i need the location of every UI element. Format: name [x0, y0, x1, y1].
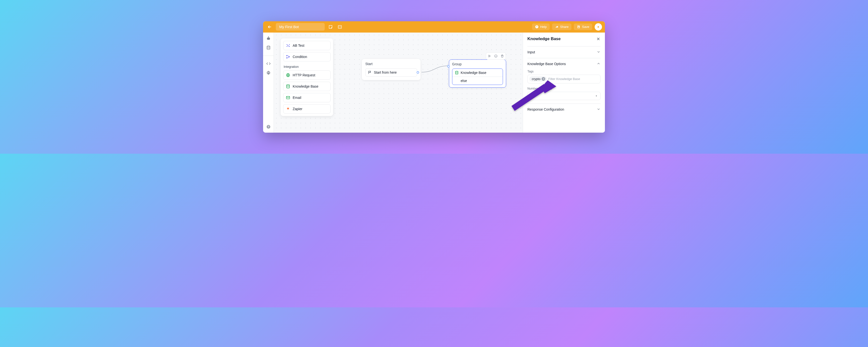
node-group[interactable]: Group Knowledge Base else [449, 59, 506, 88]
palette-section-integration: Integration [283, 63, 331, 70]
chevron-down-icon [597, 50, 600, 55]
node-group-row-kb[interactable]: Knowledge Base [452, 69, 503, 77]
share-icon [555, 25, 559, 29]
panel-close-button[interactable] [596, 37, 600, 41]
note-icon [329, 25, 333, 29]
rail-code-button[interactable] [266, 61, 271, 66]
chunks-select[interactable]: 3 [527, 92, 600, 100]
node-run-button[interactable] [487, 53, 492, 59]
tag-remove-button[interactable]: ✕ [541, 77, 545, 81]
rail-help-button[interactable]: ? [266, 124, 271, 129]
question-icon: ? [266, 124, 271, 129]
palette-item-label: Knowledge Base [293, 84, 318, 88]
node-toolbar [486, 52, 506, 60]
tag-text: crypto [532, 77, 540, 81]
node-info-button[interactable] [493, 53, 499, 59]
node-start-body[interactable]: Start from here [365, 68, 417, 77]
svg-point-3 [268, 38, 268, 39]
palette-item-label: HTTP Request [293, 73, 315, 77]
svg-point-14 [286, 84, 289, 86]
palette-knowledge-base[interactable]: Knowledge Base [283, 82, 331, 91]
svg-point-10 [286, 55, 287, 56]
topbar: My First Bot Help Share Save [263, 21, 605, 33]
node-delete-button[interactable] [499, 53, 505, 59]
svg-rect-2 [267, 37, 270, 39]
node-row-label: Knowledge Base [461, 71, 486, 75]
palette-item-label: AB Test [293, 44, 304, 48]
rail-data-button[interactable] [266, 45, 271, 50]
svg-point-6 [267, 46, 270, 47]
svg-point-4 [269, 38, 269, 39]
node-start-body-label: Start from here [374, 70, 397, 75]
canvas[interactable]: AB Test Condition Integration HTTP Reque… [274, 33, 523, 133]
port-out[interactable] [416, 71, 419, 74]
play-button[interactable] [595, 23, 602, 31]
palette-item-label: Condition [293, 55, 307, 59]
help-icon [535, 25, 539, 29]
section-label: Knowledge Base Options [527, 62, 566, 66]
play-icon [597, 25, 600, 29]
share-button[interactable]: Share [552, 24, 572, 30]
port-in[interactable] [447, 65, 450, 67]
play-icon [488, 54, 491, 58]
section-label: Input [527, 50, 535, 54]
bot-name-field[interactable]: My First Bot [276, 23, 325, 31]
chunks-label: Number of Chunks [527, 87, 600, 90]
database-icon [286, 84, 290, 89]
code-block-icon [338, 25, 342, 29]
palette-ab-test[interactable]: AB Test [283, 41, 331, 50]
rail-bot-button[interactable] [266, 36, 271, 41]
caret-down-icon [595, 94, 598, 97]
gear-icon [266, 71, 271, 75]
database-icon [266, 46, 271, 50]
rail-settings-button[interactable] [266, 70, 271, 76]
palette-email[interactable]: Email [283, 93, 331, 102]
info-icon [494, 54, 498, 58]
back-button[interactable] [266, 23, 273, 31]
robot-icon [266, 36, 271, 41]
svg-point-12 [289, 56, 290, 57]
trash-icon [500, 54, 504, 58]
side-rail: ? [263, 33, 274, 133]
tag-chip: crypto ✕ [529, 76, 547, 82]
block-palette: AB Test Condition Integration HTTP Reque… [281, 38, 333, 116]
palette-zapier[interactable]: Zapier [283, 104, 331, 114]
shuffle-icon [286, 43, 290, 48]
tags-input[interactable]: crypto ✕ [527, 75, 600, 83]
help-button[interactable]: Help [532, 24, 550, 30]
section-kb-options-toggle[interactable]: Knowledge Base Options [527, 58, 600, 70]
section-input-toggle[interactable]: Input [527, 47, 600, 58]
palette-http[interactable]: HTTP Request [283, 70, 331, 80]
branch-icon [286, 55, 290, 59]
section-kb-options-body: Tags crypto ✕ Number of Chunks 3 [527, 70, 600, 104]
node-group-title: Group [452, 62, 503, 66]
tags-label: Tags [527, 70, 600, 73]
save-label: Save [582, 25, 589, 29]
palette-condition[interactable]: Condition [283, 52, 331, 61]
database-icon [455, 71, 459, 75]
chunks-value: 3 [530, 94, 532, 98]
share-label: Share [560, 25, 569, 29]
mail-icon [286, 95, 290, 100]
palette-item-label: Zapier [293, 107, 303, 111]
properties-panel: Knowledge Base Input Knowledge Base Opti… [523, 33, 605, 133]
section-response-config-toggle[interactable]: Response Configuration [527, 104, 600, 115]
flag-icon [368, 70, 372, 75]
node-row-label: else [461, 79, 467, 83]
node-group-body: Knowledge Base else [452, 68, 503, 85]
edge-start-to-group [420, 57, 452, 82]
chevron-down-icon [597, 107, 600, 112]
save-button[interactable]: Save [574, 24, 592, 30]
section-label: Response Configuration [527, 108, 564, 111]
node-start-title: Start [365, 62, 417, 66]
svg-point-11 [286, 58, 287, 58]
notes-button[interactable] [327, 24, 334, 30]
code-block-button[interactable] [336, 24, 343, 30]
zapier-icon [286, 107, 290, 111]
node-group-row-else[interactable]: else [452, 77, 503, 85]
save-icon [577, 25, 581, 29]
palette-item-label: Email [293, 96, 301, 99]
node-start[interactable]: Start Start from here [362, 59, 421, 80]
tags-text-input[interactable] [548, 77, 598, 81]
svg-point-5 [268, 36, 269, 37]
